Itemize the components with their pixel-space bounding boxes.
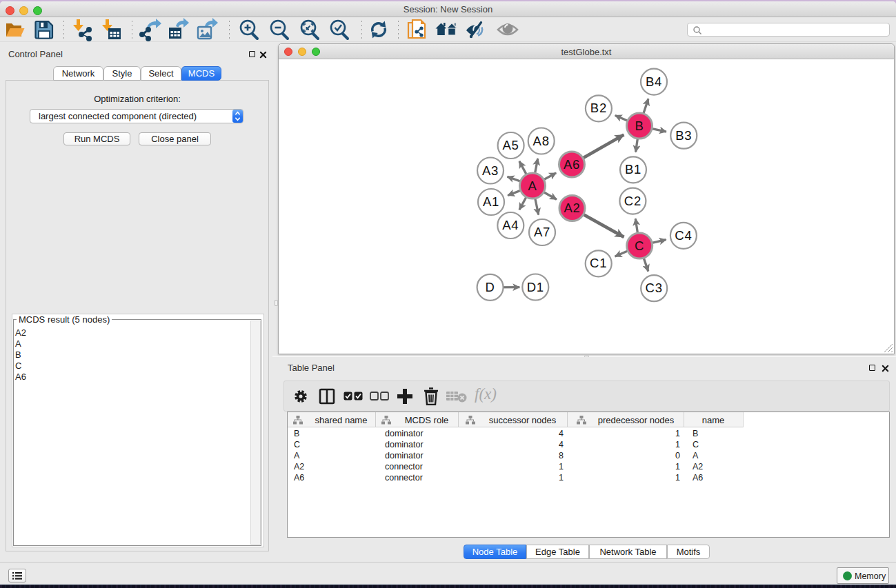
svg-text:C: C [635,239,644,253]
svg-text:C2: C2 [624,194,641,208]
svg-text:B1: B1 [625,162,641,176]
svg-text:D1: D1 [527,280,544,294]
svg-text:B2: B2 [590,101,607,115]
svg-text:B3: B3 [675,128,692,143]
svg-text:D: D [486,280,495,294]
svg-text:C1: C1 [590,256,607,270]
svg-text:A1: A1 [483,194,499,209]
svg-text:A2: A2 [564,201,580,215]
svg-text:A4: A4 [502,218,519,232]
svg-text:B4: B4 [646,74,662,89]
svg-text:A7: A7 [534,225,550,239]
svg-text:C4: C4 [675,228,692,243]
svg-text:A3: A3 [482,163,499,178]
svg-text:A8: A8 [533,134,550,148]
svg-text:A5: A5 [502,138,519,152]
svg-text:B: B [635,119,644,133]
svg-text:C3: C3 [646,281,663,295]
svg-text:A: A [528,179,537,193]
svg-text:A6: A6 [564,157,580,172]
